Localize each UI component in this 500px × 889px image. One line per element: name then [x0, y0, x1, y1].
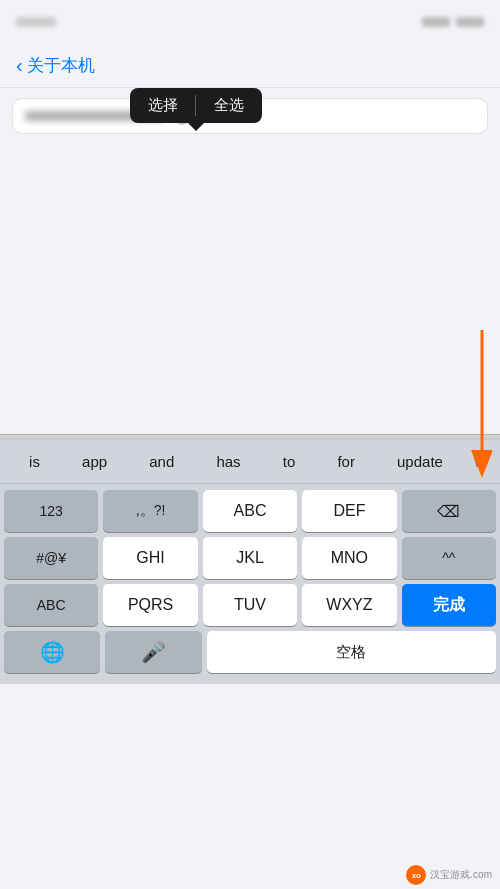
key-tuv[interactable]: TUV	[203, 584, 297, 626]
predictive-collapse-icon[interactable]: ∨	[464, 448, 492, 475]
key-mno[interactable]: MNO	[302, 537, 396, 579]
predictive-is[interactable]: is	[21, 449, 48, 474]
key-def[interactable]: DEF	[302, 490, 396, 532]
predictive-has[interactable]: has	[208, 449, 248, 474]
status-bar	[0, 0, 500, 44]
status-time-blur	[16, 17, 56, 27]
predictive-to[interactable]: to	[275, 449, 304, 474]
key-shift-abc[interactable]: ABC	[4, 584, 98, 626]
keyboard-row-4: 🌐 🎤 空格	[4, 631, 496, 673]
keyboard-row-2: #@¥ GHI JKL MNO ^^	[4, 537, 496, 579]
status-bar-left	[16, 17, 56, 27]
key-abc[interactable]: ABC	[203, 490, 297, 532]
keyboard: 123 ,。?! ABC DEF ⌫ #@¥ GHI JKL	[0, 484, 500, 684]
watermark-logo: xo	[406, 865, 426, 885]
key-done[interactable]: 完成	[402, 584, 496, 626]
key-symbols[interactable]: #@¥	[4, 537, 98, 579]
key-space[interactable]: 空格	[207, 631, 496, 673]
status-bar-right	[422, 17, 484, 27]
key-wxyz[interactable]: WXYZ	[302, 584, 396, 626]
predictive-for[interactable]: for	[329, 449, 363, 474]
key-mic[interactable]: 🎤	[105, 631, 201, 673]
key-caret[interactable]: ^^	[402, 537, 496, 579]
keyboard-wrapper: is app and has to for update ∨ 123 ,。?! …	[0, 440, 500, 684]
predictive-items: is app and has to for update	[8, 449, 464, 474]
context-menu: 选择 全选	[130, 88, 262, 131]
watermark: xo 汉宝游戏.com	[406, 865, 492, 885]
context-menu-select[interactable]: 选择	[130, 88, 196, 123]
content-area	[0, 144, 500, 434]
context-menu-popup: 选择 全选	[130, 88, 262, 123]
nav-back-label: 关于本机	[27, 54, 95, 77]
mic-icon: 🎤	[141, 640, 166, 664]
back-chevron-icon: ‹	[16, 54, 23, 77]
key-globe[interactable]: 🌐	[4, 631, 100, 673]
key-123[interactable]: 123	[4, 490, 98, 532]
keyboard-row-3: ABC PQRS TUV WXYZ 完成	[4, 584, 496, 626]
predictive-app[interactable]: app	[74, 449, 115, 474]
context-menu-select-all[interactable]: 全选	[196, 88, 262, 123]
nav-bar: ‹ 关于本机	[0, 44, 500, 88]
back-button[interactable]: ‹ 关于本机	[16, 54, 95, 77]
predictive-bar: is app and has to for update ∨	[0, 440, 500, 484]
keyboard-row-1: 123 ,。?! ABC DEF ⌫	[4, 490, 496, 532]
predictive-update[interactable]: update	[389, 449, 451, 474]
battery-blur	[456, 17, 484, 27]
key-pqrs[interactable]: PQRS	[103, 584, 197, 626]
context-menu-arrow	[188, 123, 204, 131]
key-punctuation[interactable]: ,。?!	[103, 490, 197, 532]
key-backspace[interactable]: ⌫	[402, 490, 496, 532]
predictive-and[interactable]: and	[141, 449, 182, 474]
watermark-text: 汉宝游戏.com	[430, 868, 492, 882]
backspace-icon: ⌫	[437, 502, 460, 521]
key-ghi[interactable]: GHI	[103, 537, 197, 579]
globe-icon: 🌐	[40, 640, 65, 664]
signal-blur	[422, 17, 450, 27]
key-jkl[interactable]: JKL	[203, 537, 297, 579]
